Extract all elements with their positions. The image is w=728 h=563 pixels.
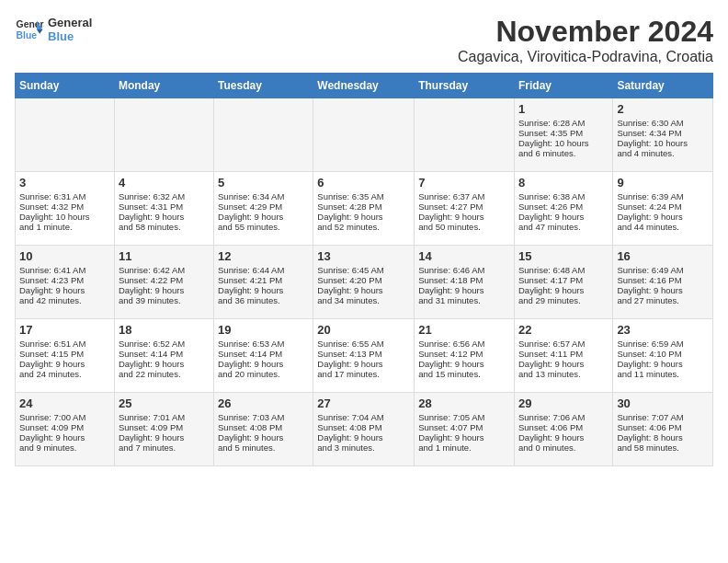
day-info: and 31 minutes. [418,295,510,305]
week-row-5: 24Sunrise: 7:00 AMSunset: 4:09 PMDayligh… [16,393,713,466]
day-info: and 42 minutes. [19,295,110,305]
week-row-1: 1Sunrise: 6:28 AMSunset: 4:35 PMDaylight… [16,98,713,172]
logo-icon: General Blue [15,15,44,44]
day-info: and 34 minutes. [317,295,410,305]
day-info: Sunset: 4:13 PM [317,349,410,359]
day-info: Sunrise: 6:44 AM [218,265,309,275]
day-number: 13 [317,249,410,263]
day-info: and 4 minutes. [617,148,709,158]
day-number: 17 [19,323,110,337]
day-info: Daylight: 10 hours [19,212,110,222]
day-info: Sunrise: 6:31 AM [19,191,110,201]
day-info: Sunset: 4:06 PM [617,422,709,432]
day-info: Sunset: 4:09 PM [19,422,110,432]
day-info: Daylight: 9 hours [418,212,510,222]
day-info: and 58 minutes. [617,442,709,453]
day-info: Daylight: 9 hours [418,359,510,369]
day-info: Sunset: 4:22 PM [119,275,210,285]
day-info: and 15 minutes. [418,369,510,379]
day-info: Sunrise: 6:35 AM [317,191,410,201]
calendar-header-row: Sunday Monday Tuesday Wednesday Thursday… [16,74,713,98]
day-info: Daylight: 9 hours [518,212,609,222]
day-info: Sunrise: 7:06 AM [518,412,609,422]
day-info: and 9 minutes. [19,442,110,453]
day-number: 10 [19,249,110,263]
cell-week5-day6: 30Sunrise: 7:07 AMSunset: 4:06 PMDayligh… [613,393,713,466]
day-info: Sunrise: 6:45 AM [317,265,410,275]
day-info: Daylight: 9 hours [119,212,210,222]
day-info: Daylight: 9 hours [317,212,410,222]
day-info: and 24 minutes. [19,369,110,379]
day-number: 26 [218,396,309,410]
title-section: November 2024 Cagavica, Virovitica-Podra… [458,15,713,65]
day-info: Daylight: 8 hours [617,432,709,442]
cell-week3-day6: 16Sunrise: 6:49 AMSunset: 4:16 PMDayligh… [613,246,713,319]
cell-week1-day4 [415,98,515,172]
day-info: Sunrise: 6:41 AM [19,265,110,275]
day-info: Sunset: 4:21 PM [218,275,309,285]
cell-week5-day0: 24Sunrise: 7:00 AMSunset: 4:09 PMDayligh… [16,393,115,466]
day-info: and 58 minutes. [119,222,210,232]
day-info: Sunrise: 6:37 AM [418,191,510,201]
day-info: Sunrise: 6:30 AM [617,118,709,128]
day-info: Daylight: 10 hours [617,138,709,148]
logo-general: General [48,16,92,29]
day-info: Sunset: 4:07 PM [418,422,510,432]
day-info: and 44 minutes. [617,222,709,232]
day-info: Daylight: 9 hours [218,359,309,369]
cell-week4-day0: 17Sunrise: 6:51 AMSunset: 4:15 PMDayligh… [16,319,115,393]
day-number: 20 [317,323,410,337]
day-info: Sunrise: 6:55 AM [317,339,410,349]
day-number: 23 [617,323,709,337]
day-info: Sunrise: 7:03 AM [218,412,309,422]
day-info: and 1 minute. [418,442,510,453]
day-number: 12 [218,249,309,263]
day-info: and 27 minutes. [617,295,709,305]
day-info: Sunset: 4:08 PM [317,422,410,432]
day-number: 18 [119,323,210,337]
cell-week4-day6: 23Sunrise: 6:59 AMSunset: 4:10 PMDayligh… [613,319,713,393]
day-info: and 7 minutes. [119,442,210,453]
day-info: Sunset: 4:16 PM [617,275,709,285]
day-info: Sunset: 4:10 PM [617,349,709,359]
day-info: and 13 minutes. [518,369,609,379]
day-info: Daylight: 9 hours [218,432,309,442]
day-info: and 5 minutes. [218,442,309,453]
day-info: Daylight: 9 hours [119,432,210,442]
day-info: Sunset: 4:06 PM [518,422,609,432]
location-title: Cagavica, Virovitica-Podravina, Croatia [458,49,713,65]
day-info: and 22 minutes. [119,369,210,379]
day-info: Sunset: 4:12 PM [418,349,510,359]
day-number: 22 [518,323,609,337]
day-info: and 17 minutes. [317,369,410,379]
day-info: Sunset: 4:32 PM [19,201,110,212]
day-number: 15 [518,249,609,263]
day-info: Sunset: 4:26 PM [518,201,609,212]
day-number: 21 [418,323,510,337]
day-info: Daylight: 9 hours [19,285,110,295]
day-info: Daylight: 9 hours [518,285,609,295]
cell-week2-day5: 8Sunrise: 6:38 AMSunset: 4:26 PMDaylight… [514,172,612,246]
day-info: Daylight: 9 hours [19,359,110,369]
col-tuesday: Tuesday [214,74,313,98]
day-info: and 47 minutes. [518,222,609,232]
day-info: Daylight: 9 hours [418,432,510,442]
week-row-2: 3Sunrise: 6:31 AMSunset: 4:32 PMDaylight… [16,172,713,246]
day-info: Daylight: 9 hours [119,285,210,295]
day-number: 4 [119,176,210,190]
cell-week1-day6: 2Sunrise: 6:30 AMSunset: 4:34 PMDaylight… [613,98,713,172]
day-info: Daylight: 9 hours [317,432,410,442]
cell-week2-day2: 5Sunrise: 6:34 AMSunset: 4:29 PMDaylight… [214,172,313,246]
day-info: Sunrise: 6:52 AM [119,339,210,349]
day-info: Daylight: 9 hours [617,359,709,369]
calendar-table: Sunday Monday Tuesday Wednesday Thursday… [15,73,713,466]
month-title: November 2024 [458,15,713,49]
day-info: and 50 minutes. [418,222,510,232]
cell-week3-day2: 12Sunrise: 6:44 AMSunset: 4:21 PMDayligh… [214,246,313,319]
day-info: Sunset: 4:08 PM [218,422,309,432]
day-number: 14 [418,249,510,263]
day-info: Daylight: 10 hours [518,138,609,148]
day-info: Sunset: 4:29 PM [218,201,309,212]
day-info: Daylight: 9 hours [317,359,410,369]
logo-blue: Blue [48,29,92,43]
